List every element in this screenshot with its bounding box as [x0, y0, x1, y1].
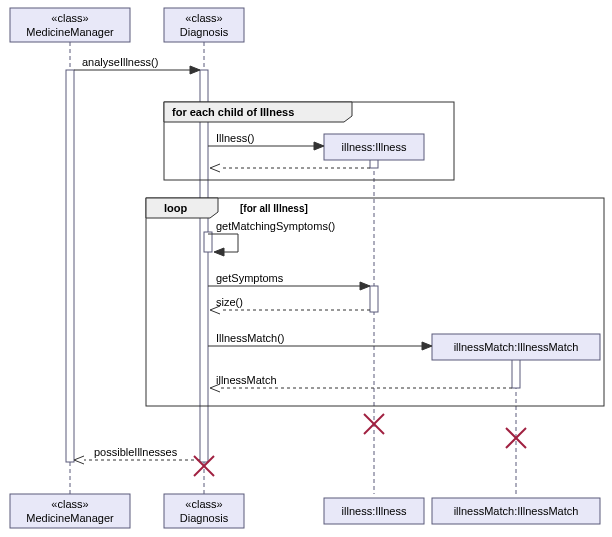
msg-label: getSymptoms — [216, 272, 284, 284]
svg-marker-12 — [214, 248, 224, 256]
msg-label: Illness() — [216, 132, 255, 144]
msg-label: size() — [216, 296, 243, 308]
msg-label: possibleIllnesses — [94, 446, 178, 458]
frame-label: loop — [164, 202, 187, 214]
activation-diagnosis-self — [204, 232, 212, 252]
participant-name: illness:Illness — [342, 141, 407, 153]
activation-diagnosis-outer — [200, 70, 208, 462]
participant-illness-match-create: illnessMatch:IllnessMatch — [432, 334, 600, 360]
participant-name: Diagnosis — [180, 512, 229, 524]
msg-label: IllnessMatch() — [216, 332, 284, 344]
svg-marker-8 — [314, 142, 324, 150]
msg-label: illnessMatch — [216, 374, 277, 386]
stereotype: «class» — [185, 12, 222, 24]
svg-marker-18 — [422, 342, 432, 350]
svg-marker-14 — [360, 282, 370, 290]
activation-medicine-manager — [66, 70, 74, 462]
msg-label: analyseIllness() — [82, 56, 158, 68]
frame-condition: [for all Illness] — [240, 203, 308, 214]
participant-medicine-manager-bottom: «class» MedicineManager — [10, 494, 130, 528]
participant-name: MedicineManager — [26, 26, 114, 38]
msg-get-matching-symptoms: getMatchingSymptoms() — [208, 220, 335, 256]
msg-size-return: size() — [210, 296, 370, 314]
participant-illness-create: illness:Illness — [324, 134, 424, 160]
participant-diagnosis-bottom: «class» Diagnosis — [164, 494, 244, 528]
msg-illness-match-ctor: IllnessMatch() — [208, 332, 432, 350]
msg-analyse-illness: analyseIllness() — [74, 56, 200, 74]
participant-name: Diagnosis — [180, 26, 229, 38]
participant-medicine-manager-top: «class» MedicineManager — [10, 8, 130, 42]
frame-label: for each child of Illness — [172, 106, 294, 118]
msg-label: getMatchingSymptoms() — [216, 220, 335, 232]
stereotype: «class» — [185, 498, 222, 510]
participant-name: illnessMatch:IllnessMatch — [454, 341, 579, 353]
msg-possible-illnesses: possibleIllnesses — [74, 446, 200, 464]
activation-illness-getSymptoms — [370, 286, 378, 312]
participant-illness-match-bottom: illnessMatch:IllnessMatch — [432, 498, 600, 524]
participant-diagnosis-top: «class» Diagnosis — [164, 8, 244, 42]
stereotype: «class» — [51, 498, 88, 510]
participant-illness-bottom: illness:Illness — [324, 498, 424, 524]
msg-illness-match-return: illnessMatch — [210, 374, 512, 392]
stereotype: «class» — [51, 12, 88, 24]
participant-name: illness:Illness — [342, 505, 407, 517]
sequence-diagram: «class» MedicineManager «class» Diagnosi… — [4, 4, 608, 533]
svg-marker-3 — [190, 66, 200, 74]
msg-get-symptoms: getSymptoms — [208, 272, 370, 290]
participant-name: MedicineManager — [26, 512, 114, 524]
msg-illness-ctor-return — [210, 164, 370, 172]
msg-illness-ctor: Illness() — [208, 132, 324, 150]
participant-name: illnessMatch:IllnessMatch — [454, 505, 579, 517]
